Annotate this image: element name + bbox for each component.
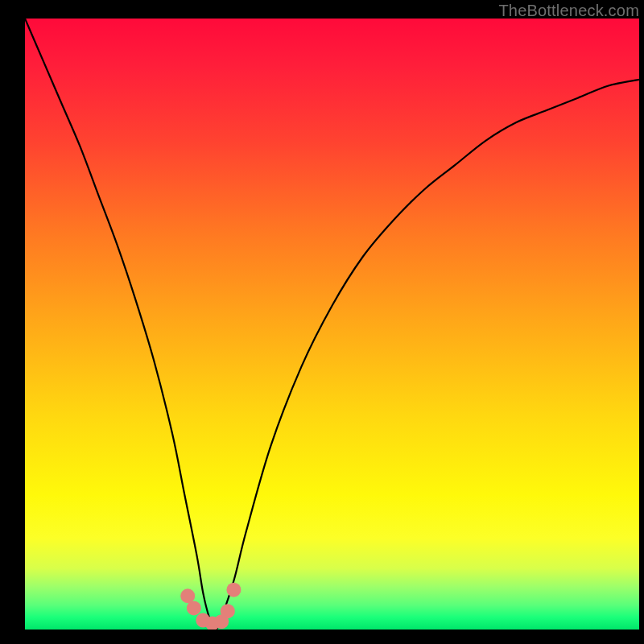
bottleneck-curve <box>25 19 639 630</box>
bottleneck-chart <box>25 19 639 630</box>
highlight-marker <box>187 601 201 615</box>
watermark-text: TheBottleneck.com <box>498 2 639 20</box>
highlight-marker <box>221 604 235 618</box>
plot-area <box>25 19 639 630</box>
highlight-markers <box>180 583 241 630</box>
highlight-marker <box>226 583 241 597</box>
